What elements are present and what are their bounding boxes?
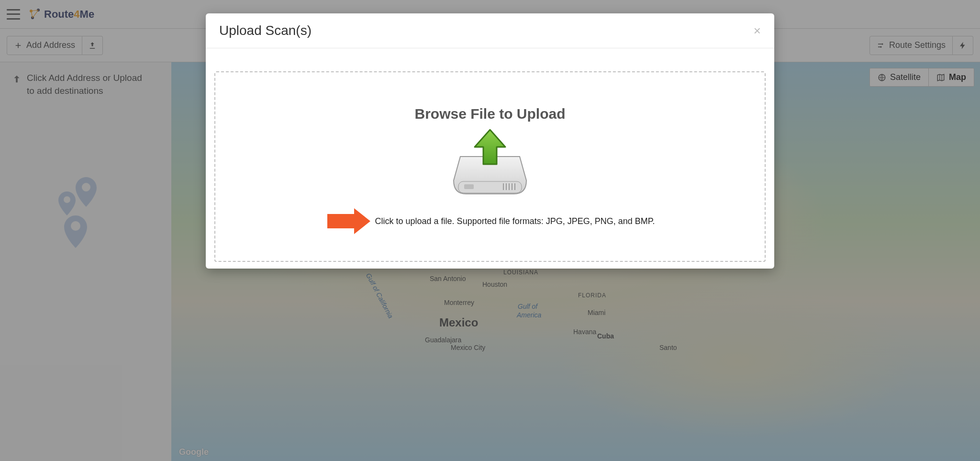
- dropzone-title: Browse File to Upload: [414, 106, 565, 122]
- modal-title: Upload Scan(s): [219, 23, 312, 38]
- modal-header: Upload Scan(s) ×: [206, 13, 774, 48]
- close-icon: ×: [754, 23, 761, 38]
- modal-body: Browse File to Upload: [206, 48, 774, 269]
- annotation-arrow-icon: [325, 207, 371, 235]
- svg-rect-5: [464, 184, 474, 189]
- modal-overlay[interactable]: Upload Scan(s) × Browse File to Upload: [0, 0, 980, 461]
- file-dropzone[interactable]: Browse File to Upload: [214, 71, 766, 262]
- dropzone-caption-row: Click to upload a file. Supported file f…: [325, 207, 655, 235]
- dropzone-caption: Click to upload a file. Supported file f…: [375, 216, 655, 226]
- modal-close-button[interactable]: ×: [754, 24, 761, 37]
- upload-drive-icon: [452, 128, 528, 200]
- upload-scans-modal: Upload Scan(s) × Browse File to Upload: [206, 13, 774, 269]
